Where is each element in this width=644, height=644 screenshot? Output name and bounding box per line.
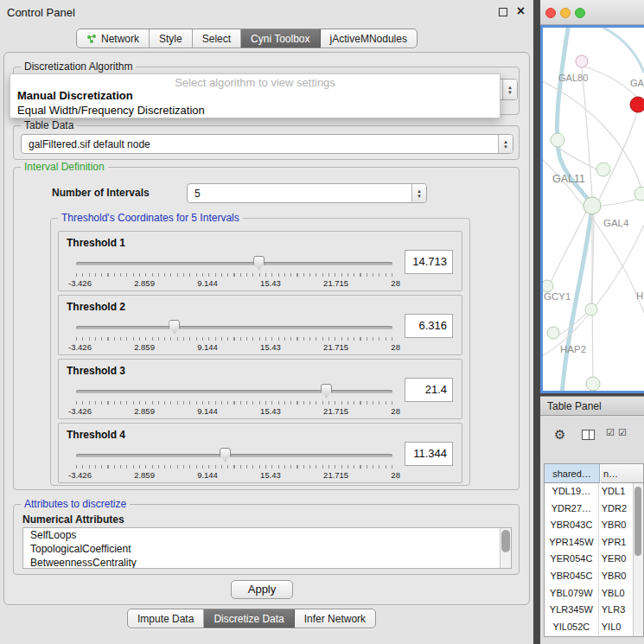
apply-button[interactable]: Apply: [231, 580, 293, 599]
list-scrollbar[interactable]: [500, 528, 511, 568]
slider-ticks: [76, 465, 392, 469]
scrollbar-thumb[interactable]: [634, 487, 641, 556]
close-icon[interactable]: ×: [517, 3, 525, 19]
number-of-intervals-value: 5: [188, 184, 411, 202]
bottom-tab-bar: Impute Data Discretize Data Infer Networ…: [127, 609, 376, 628]
node-table: shared… n… YDL19…YDL1 YDR27…YDR2 YBR043C…: [544, 463, 644, 637]
slider-thumb[interactable]: [321, 384, 332, 398]
tab-jactivemnodules[interactable]: jActiveMNodules: [321, 29, 417, 48]
threshold-slider[interactable]: -3.4262.8599.14415.4321.71528: [76, 383, 392, 418]
zoom-traffic-icon[interactable]: [575, 8, 585, 18]
checkbox-icon[interactable]: ☑: [618, 427, 627, 438]
numerical-attributes-label: Numerical Attributes: [22, 513, 124, 526]
tab-discretize-data[interactable]: Discretize Data: [204, 609, 294, 628]
network-node[interactable]: [551, 133, 564, 147]
threshold-label: Threshold 1: [67, 237, 125, 249]
number-of-intervals-label: Number of Intervals: [52, 187, 150, 199]
network-node[interactable]: [543, 280, 553, 292]
slider-ticks: [76, 273, 392, 277]
number-of-intervals-combo[interactable]: 5 ▲▼: [187, 183, 427, 203]
list-item[interactable]: TopologicalCoefficient: [23, 542, 511, 556]
combo-stepper-icon[interactable]: ▲▼: [502, 80, 517, 99]
slider-scale: -3.4262.8599.14415.4321.71528: [68, 278, 400, 288]
network-node-label: GAL80: [558, 73, 588, 83]
threshold-label: Threshold 2: [67, 301, 125, 313]
interval-definition-group: Interval Definition Number of Intervals …: [13, 167, 520, 490]
tab-style[interactable]: Style: [150, 29, 193, 48]
network-node[interactable]: [596, 163, 610, 176]
network-node[interactable]: [583, 197, 601, 214]
table-row[interactable]: YLR345WYLR3: [545, 602, 633, 619]
attributes-list: SelfLoops TopologicalCoefficient Between…: [22, 527, 512, 569]
network-canvas[interactable]: GAL80 GA GAL11 GAL4 GCY1 H HAP2: [543, 28, 644, 391]
tab-impute-data[interactable]: Impute Data: [128, 609, 204, 628]
network-tab-icon: [86, 34, 97, 44]
network-node[interactable]: [576, 55, 588, 67]
selected-red-node[interactable]: [630, 97, 644, 112]
threshold-slider[interactable]: -3.4262.8599.14415.4321.71528: [76, 319, 392, 354]
slider-thumb[interactable]: [220, 448, 231, 462]
threshold-panel-2: Threshold 2 -3.4262.8599.14415.4321.7152…: [58, 295, 462, 355]
threshold-value-field[interactable]: 14.713: [405, 250, 453, 274]
threshold-value-field[interactable]: 11.344: [405, 442, 453, 466]
network-node[interactable]: [586, 377, 600, 391]
threshold-value-field[interactable]: 21.4: [405, 378, 453, 402]
column-header-shared-name[interactable]: shared…: [545, 464, 600, 483]
network-node-label: HAP2: [560, 344, 586, 354]
slider-thumb[interactable]: [253, 256, 265, 270]
list-item[interactable]: BetweennessCentrality: [23, 556, 511, 569]
gear-icon[interactable]: ⚙: [554, 427, 565, 443]
slider-track[interactable]: [76, 326, 392, 329]
threshold-slider[interactable]: -3.4262.8599.14415.4321.71528: [76, 255, 392, 290]
combo-stepper-icon[interactable]: ▲▼: [411, 184, 426, 202]
table-panel-window: Table Panel ⚙ ☑ ☑ shared… n… YDL19…YDL1 …: [540, 396, 644, 644]
float-window-icon[interactable]: [499, 8, 507, 16]
column-header-name[interactable]: n…: [601, 464, 644, 483]
slider-track[interactable]: [76, 262, 392, 265]
table-row[interactable]: YPR145WYPR1: [545, 534, 633, 552]
network-node-label: GAL4: [603, 218, 629, 228]
network-view[interactable]: GAL80 GA GAL11 GAL4 GCY1 H HAP2: [540, 25, 644, 393]
tab-network[interactable]: Network: [77, 29, 150, 48]
dropdown-option-equal-width[interactable]: Equal Width/Frequency Discretization: [17, 104, 205, 117]
scrollbar-thumb[interactable]: [501, 530, 510, 552]
table-row[interactable]: YBL079WYBL0: [545, 585, 633, 603]
network-node[interactable]: [585, 303, 597, 316]
threshold-slider[interactable]: -3.4262.8599.14415.4321.71528: [76, 447, 392, 481]
cyni-toolbox-panel: Discretization Algorithm ▲▼ Select algor…: [3, 52, 530, 605]
close-traffic-icon[interactable]: [545, 8, 556, 18]
algorithm-dropdown: Select algorithm to view settings Manual…: [10, 73, 501, 118]
network-window: GAL80 GA GAL11 GAL4 GCY1 H HAP2: [540, 0, 644, 393]
network-node[interactable]: [634, 187, 644, 201]
network-node-label: GCY1: [544, 291, 571, 302]
table-panel-title: Table Panel: [547, 400, 602, 412]
tab-cyni-toolbox[interactable]: Cyni Toolbox: [241, 29, 320, 48]
table-rows: YDL19…YDL1 YDR27…YDR2 YBR043CYBR0 YPR145…: [545, 483, 633, 635]
slider-track[interactable]: [76, 454, 392, 457]
interval-definition-title: Interval Definition: [21, 161, 108, 173]
checkbox-icon[interactable]: ☑: [606, 427, 615, 438]
combo-stepper-icon[interactable]: ▲▼: [498, 135, 513, 153]
threshold-value-field[interactable]: 6.316: [405, 314, 453, 338]
table-columns-icon[interactable]: [582, 430, 595, 440]
top-tab-bar: Network Style Select Cyni Toolbox jActiv…: [76, 29, 418, 48]
slider-thumb[interactable]: [169, 320, 180, 334]
slider-ticks: [76, 401, 392, 405]
table-row[interactable]: YBR045CYBR0: [545, 568, 633, 585]
table-row[interactable]: YDL19…YDL1: [545, 483, 633, 501]
list-item[interactable]: SelfLoops: [23, 528, 511, 542]
slider-track[interactable]: [76, 390, 392, 393]
table-panel-titlebar: Table Panel: [540, 396, 644, 416]
tab-infer-network[interactable]: Infer Network: [295, 609, 375, 628]
highlighted-edge[interactable]: [595, 28, 644, 73]
minimize-traffic-icon[interactable]: [560, 8, 571, 18]
table-row[interactable]: YBR043CYBR0: [545, 517, 633, 534]
table-data-combo[interactable]: galFiltered.sif default node ▲▼: [21, 134, 513, 154]
table-row[interactable]: YDR27…YDR2: [545, 501, 633, 518]
network-node[interactable]: [547, 327, 559, 339]
table-row[interactable]: YIL052CYIL0: [545, 619, 633, 636]
table-row[interactable]: YER054CYER0: [545, 551, 633, 568]
table-scrollbar[interactable]: [633, 483, 643, 636]
dropdown-option-manual[interactable]: Manual Discretization: [17, 89, 133, 102]
tab-select[interactable]: Select: [193, 29, 241, 48]
